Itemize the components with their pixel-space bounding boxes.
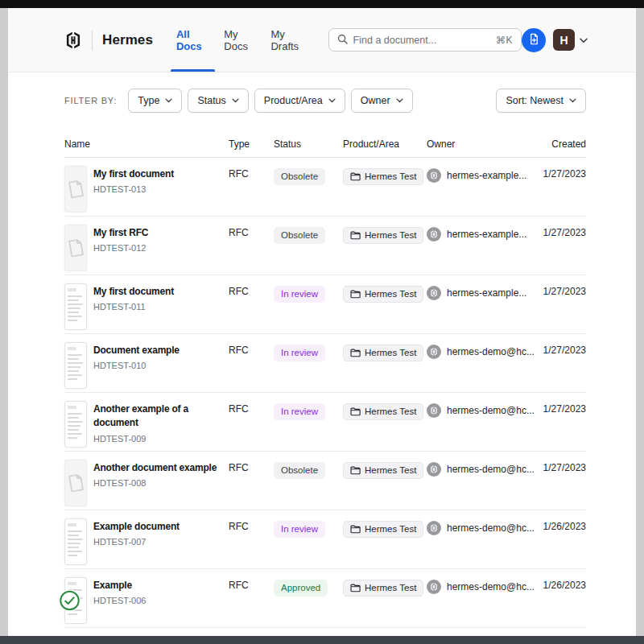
filter-button-product-area[interactable]: Product/Area (254, 89, 345, 113)
doc-id: HDTEST-012 (93, 243, 148, 253)
doc-type: RFC (229, 401, 274, 415)
user-avatar: H (553, 29, 575, 51)
document-text-preview (65, 284, 86, 321)
product-badge[interactable]: Hermes Test (343, 227, 423, 244)
brand: Hermes (64, 31, 153, 50)
filter-button-owner[interactable]: Owner (351, 89, 413, 113)
filter-button-label: Product/Area (264, 95, 323, 106)
doc-status-cell: Obsolete (274, 166, 343, 185)
owner-avatar-icon (427, 168, 441, 183)
doc-title: My first document (93, 285, 174, 299)
doc-owner-cell: hermes-example... (427, 283, 530, 300)
doc-name-cell: Example document HDTEST-007 (64, 518, 229, 565)
product-badge-label: Hermes Test (365, 464, 416, 477)
filter-button-label: Type (138, 95, 159, 106)
filter-button-status[interactable]: Status (188, 89, 248, 113)
doc-status-cell: In review (274, 401, 343, 420)
filter-by-label: FILTER BY: (64, 96, 117, 105)
hashicorp-logo-icon (64, 31, 82, 49)
doc-owner: hermes-demo@hc... (447, 581, 535, 592)
product-badge[interactable]: Hermes Test (343, 403, 423, 420)
column-header-created: Created (530, 138, 586, 150)
document-placeholder-icon (61, 165, 89, 213)
doc-created: 1/26/2023 (530, 577, 586, 591)
new-document-icon (528, 33, 540, 47)
doc-product-cell: Hermes Test (343, 166, 427, 185)
doc-owner-cell: hermes-example... (427, 225, 530, 242)
doc-status-cell: In review (274, 342, 343, 361)
doc-id: HDTEST-007 (93, 537, 180, 547)
product-badge[interactable]: Hermes Test (343, 345, 423, 361)
sort-button[interactable]: Sort: Newest (496, 89, 586, 113)
doc-name-stack: My first RFC HDTEST-012 (93, 225, 148, 271)
table-row[interactable]: My first RFC HDTEST-012 RFC Obsolete Her… (64, 217, 586, 275)
search-shortcut: ⌘K (496, 35, 513, 46)
table-row[interactable]: Example HDTEST-006 RFC Approved Hermes T… (64, 569, 586, 628)
doc-owner-cell: hermes-example... (427, 166, 530, 183)
product-badge-label: Hermes Test (365, 229, 416, 242)
owner-avatar-icon (427, 521, 441, 535)
search-input[interactable] (353, 35, 490, 46)
doc-thumbnail (64, 460, 87, 506)
product-badge[interactable]: Hermes Test (343, 168, 423, 185)
filter-button-label: Status (197, 95, 225, 106)
window-bottom-edge (0, 636, 644, 644)
doc-name-cell: Example HDTEST-006 (64, 577, 229, 624)
doc-name-cell: Document example HDTEST-010 (64, 342, 229, 389)
doc-created: 1/27/2023 (530, 283, 586, 297)
filter-button-type[interactable]: Type (128, 89, 182, 113)
doc-thumbnail (64, 283, 87, 330)
table-row[interactable]: My first document HDTEST-011 RFC In revi… (64, 275, 586, 334)
doc-owner-cell: hermes-demo@hc... (427, 460, 530, 477)
doc-created: 1/26/2023 (530, 518, 586, 532)
table-row[interactable]: Another example of a document HDTEST-009… (64, 393, 586, 452)
doc-status-cell: Obsolete (274, 225, 343, 244)
doc-product-cell: Hermes Test (343, 401, 427, 420)
chevron-down-icon (328, 98, 336, 103)
nav-tab-all-docs[interactable]: All Docs (169, 8, 217, 72)
product-badge-label: Hermes Test (365, 171, 416, 183)
user-menu[interactable]: H (553, 29, 588, 51)
doc-owner-cell: hermes-demo@hc... (427, 518, 530, 535)
window-top-edge (0, 0, 644, 8)
product-badge[interactable]: Hermes Test (343, 580, 423, 597)
document-placeholder-icon (61, 224, 89, 272)
doc-name-cell: Another document example HDTEST-008 (64, 460, 229, 506)
owner-avatar-icon (427, 345, 441, 359)
table-row[interactable]: Document example HDTEST-010 RFC In revie… (64, 334, 586, 393)
documents-table: NameTypeStatusProduct/AreaOwnerCreated M… (64, 138, 586, 628)
app-title: Hermes (102, 32, 153, 48)
doc-title: My first document (93, 167, 174, 181)
doc-thumbnail (64, 401, 87, 448)
doc-name-stack: Example document HDTEST-007 (93, 518, 180, 565)
doc-status-cell: Obsolete (274, 460, 343, 479)
doc-thumbnail (64, 518, 87, 565)
column-header-owner: Owner (427, 138, 530, 150)
owner-avatar-icon (427, 286, 441, 300)
doc-type: RFC (229, 342, 274, 356)
app-header: Hermes All DocsMy DocsMy Drafts ⌘K H (8, 8, 636, 72)
status-badge: Obsolete (274, 168, 325, 185)
table-row[interactable]: My first document HDTEST-013 RFC Obsolet… (64, 158, 586, 217)
new-document-button[interactable] (522, 28, 546, 52)
doc-type: RFC (229, 518, 274, 532)
status-badge: Obsolete (274, 462, 325, 479)
doc-name-cell: My first RFC HDTEST-012 (64, 225, 229, 271)
doc-type: RFC (229, 283, 274, 297)
column-header-product-area: Product/Area (343, 138, 427, 150)
product-badge[interactable]: Hermes Test (343, 286, 423, 303)
table-row[interactable]: Another document example HDTEST-008 RFC … (64, 452, 586, 510)
doc-thumbnail (64, 166, 87, 213)
doc-name-cell: My first document HDTEST-011 (64, 283, 229, 330)
search-box[interactable]: ⌘K (328, 28, 522, 52)
nav-tab-my-drafts[interactable]: My Drafts (263, 8, 313, 72)
status-badge: Obsolete (274, 227, 325, 244)
doc-title: Another example of a document (93, 402, 229, 431)
folder-icon (350, 407, 361, 416)
product-badge[interactable]: Hermes Test (343, 521, 423, 538)
nav-tab-my-docs[interactable]: My Docs (217, 8, 263, 72)
table-row[interactable]: Example document HDTEST-007 RFC In revie… (64, 510, 586, 569)
doc-product-cell: Hermes Test (343, 283, 427, 303)
doc-product-cell: Hermes Test (343, 460, 427, 479)
product-badge[interactable]: Hermes Test (343, 462, 423, 479)
